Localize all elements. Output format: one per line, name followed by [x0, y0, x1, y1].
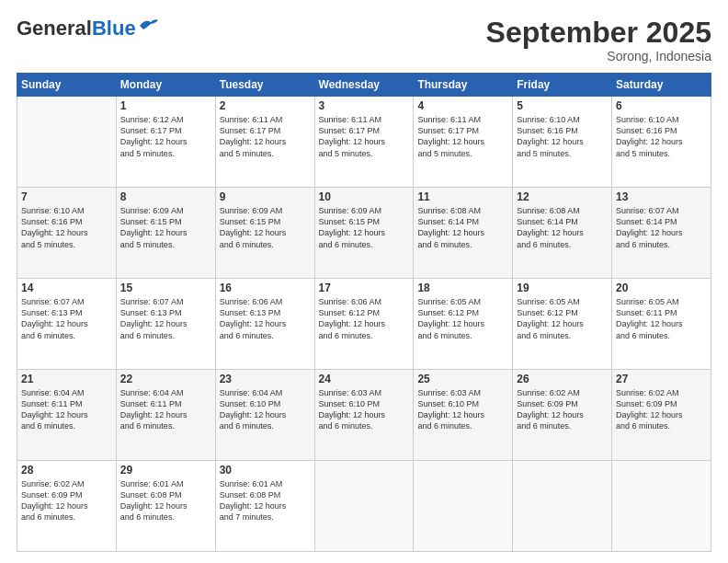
- calendar-week-row: 1Sunrise: 6:12 AMSunset: 6:17 PMDaylight…: [17, 97, 711, 188]
- logo-blue: Blue: [92, 17, 136, 40]
- day-number: 4: [417, 99, 508, 112]
- day-number: 12: [517, 190, 608, 203]
- cell-info: Sunrise: 6:08 AMSunset: 6:14 PMDaylight:…: [417, 205, 508, 250]
- calendar-cell: 10Sunrise: 6:09 AMSunset: 6:15 PMDayligh…: [314, 188, 414, 279]
- calendar-cell: 22Sunrise: 6:04 AMSunset: 6:11 PMDayligh…: [116, 370, 215, 461]
- calendar-cell: 13Sunrise: 6:07 AMSunset: 6:14 PMDayligh…: [612, 188, 711, 279]
- calendar-cell: 9Sunrise: 6:09 AMSunset: 6:15 PMDaylight…: [215, 188, 314, 279]
- col-header-tuesday: Tuesday: [215, 74, 314, 97]
- cell-info: Sunrise: 6:02 AMSunset: 6:09 PMDaylight:…: [517, 387, 608, 432]
- calendar-cell: 25Sunrise: 6:03 AMSunset: 6:10 PMDayligh…: [414, 370, 513, 461]
- calendar-cell: 2Sunrise: 6:11 AMSunset: 6:17 PMDaylight…: [215, 97, 314, 188]
- cell-info: Sunrise: 6:03 AMSunset: 6:10 PMDaylight:…: [319, 387, 410, 432]
- day-number: 5: [517, 99, 608, 112]
- cell-info: Sunrise: 6:01 AMSunset: 6:08 PMDaylight:…: [220, 478, 311, 523]
- col-header-monday: Monday: [116, 74, 215, 97]
- calendar-cell: 27Sunrise: 6:02 AMSunset: 6:09 PMDayligh…: [612, 370, 711, 461]
- day-number: 23: [220, 373, 311, 385]
- day-number: 26: [517, 373, 608, 385]
- col-header-thursday: Thursday: [414, 74, 513, 97]
- day-number: 13: [616, 190, 707, 203]
- cell-info: Sunrise: 6:09 AMSunset: 6:15 PMDaylight:…: [319, 205, 410, 250]
- day-number: 22: [120, 373, 211, 385]
- page: GeneralBlue September 2025 Sorong, Indon…: [0, 0, 728, 563]
- day-number: 14: [21, 282, 112, 294]
- calendar-cell: 3Sunrise: 6:11 AMSunset: 6:17 PMDaylight…: [314, 97, 414, 188]
- calendar-week-row: 28Sunrise: 6:02 AMSunset: 6:09 PMDayligh…: [17, 461, 711, 552]
- calendar-cell: 1Sunrise: 6:12 AMSunset: 6:17 PMDaylight…: [116, 97, 215, 188]
- day-number: 19: [517, 282, 608, 294]
- day-number: 24: [319, 373, 410, 385]
- day-number: 21: [21, 373, 112, 385]
- cell-info: Sunrise: 6:07 AMSunset: 6:14 PMDaylight:…: [616, 205, 707, 250]
- logo-bird-icon: [138, 17, 158, 33]
- day-number: 10: [319, 190, 410, 203]
- logo: GeneralBlue: [17, 17, 158, 40]
- calendar-cell: 28Sunrise: 6:02 AMSunset: 6:09 PMDayligh…: [17, 461, 117, 552]
- day-number: 9: [220, 190, 311, 203]
- cell-info: Sunrise: 6:08 AMSunset: 6:14 PMDaylight:…: [517, 205, 608, 250]
- day-number: 1: [120, 99, 211, 112]
- calendar-week-row: 21Sunrise: 6:04 AMSunset: 6:11 PMDayligh…: [17, 370, 711, 461]
- month-title: September 2025: [486, 17, 711, 49]
- day-number: 28: [21, 464, 112, 477]
- cell-info: Sunrise: 6:05 AMSunset: 6:12 PMDaylight:…: [517, 296, 608, 341]
- day-number: 6: [616, 99, 707, 112]
- cell-info: Sunrise: 6:06 AMSunset: 6:13 PMDaylight:…: [220, 296, 311, 341]
- calendar-cell: 6Sunrise: 6:10 AMSunset: 6:16 PMDaylight…: [612, 97, 711, 188]
- cell-info: Sunrise: 6:04 AMSunset: 6:11 PMDaylight:…: [120, 387, 211, 432]
- calendar-cell: 15Sunrise: 6:07 AMSunset: 6:13 PMDayligh…: [116, 279, 215, 370]
- calendar-cell: 21Sunrise: 6:04 AMSunset: 6:11 PMDayligh…: [17, 370, 117, 461]
- cell-info: Sunrise: 6:02 AMSunset: 6:09 PMDaylight:…: [616, 387, 707, 432]
- title-area: September 2025 Sorong, Indonesia: [486, 17, 711, 63]
- day-number: 30: [220, 464, 311, 477]
- day-number: 3: [319, 99, 410, 112]
- day-number: 8: [120, 190, 211, 203]
- calendar-cell: 7Sunrise: 6:10 AMSunset: 6:16 PMDaylight…: [17, 188, 117, 279]
- cell-info: Sunrise: 6:06 AMSunset: 6:12 PMDaylight:…: [319, 296, 410, 341]
- cell-info: Sunrise: 6:01 AMSunset: 6:08 PMDaylight:…: [120, 478, 211, 523]
- calendar-cell: 19Sunrise: 6:05 AMSunset: 6:12 PMDayligh…: [513, 279, 612, 370]
- cell-info: Sunrise: 6:10 AMSunset: 6:16 PMDaylight:…: [21, 205, 112, 250]
- cell-info: Sunrise: 6:10 AMSunset: 6:16 PMDaylight:…: [517, 114, 608, 159]
- logo-general: General: [17, 17, 92, 40]
- col-header-sunday: Sunday: [17, 74, 117, 97]
- calendar-cell: 24Sunrise: 6:03 AMSunset: 6:10 PMDayligh…: [314, 370, 414, 461]
- cell-info: Sunrise: 6:11 AMSunset: 6:17 PMDaylight:…: [220, 114, 311, 159]
- cell-info: Sunrise: 6:02 AMSunset: 6:09 PMDaylight:…: [21, 478, 112, 523]
- calendar-cell: 26Sunrise: 6:02 AMSunset: 6:09 PMDayligh…: [513, 370, 612, 461]
- calendar-header-row: SundayMondayTuesdayWednesdayThursdayFrid…: [17, 74, 711, 97]
- calendar-week-row: 7Sunrise: 6:10 AMSunset: 6:16 PMDaylight…: [17, 188, 711, 279]
- day-number: 20: [616, 282, 707, 294]
- calendar-cell: 12Sunrise: 6:08 AMSunset: 6:14 PMDayligh…: [513, 188, 612, 279]
- day-number: 15: [120, 282, 211, 294]
- day-number: 2: [220, 99, 311, 112]
- col-header-saturday: Saturday: [612, 74, 711, 97]
- cell-info: Sunrise: 6:11 AMSunset: 6:17 PMDaylight:…: [417, 114, 508, 159]
- calendar-week-row: 14Sunrise: 6:07 AMSunset: 6:13 PMDayligh…: [17, 279, 711, 370]
- cell-info: Sunrise: 6:05 AMSunset: 6:12 PMDaylight:…: [417, 296, 508, 341]
- day-number: 27: [616, 373, 707, 385]
- day-number: 7: [21, 190, 112, 203]
- cell-info: Sunrise: 6:10 AMSunset: 6:16 PMDaylight:…: [616, 114, 707, 159]
- calendar-cell: 18Sunrise: 6:05 AMSunset: 6:12 PMDayligh…: [414, 279, 513, 370]
- calendar-cell: 16Sunrise: 6:06 AMSunset: 6:13 PMDayligh…: [215, 279, 314, 370]
- day-number: 25: [417, 373, 508, 385]
- cell-info: Sunrise: 6:04 AMSunset: 6:11 PMDaylight:…: [21, 387, 112, 432]
- calendar-cell: 20Sunrise: 6:05 AMSunset: 6:11 PMDayligh…: [612, 279, 711, 370]
- calendar-cell: 14Sunrise: 6:07 AMSunset: 6:13 PMDayligh…: [17, 279, 117, 370]
- cell-info: Sunrise: 6:03 AMSunset: 6:10 PMDaylight:…: [417, 387, 508, 432]
- cell-info: Sunrise: 6:04 AMSunset: 6:10 PMDaylight:…: [220, 387, 311, 432]
- cell-info: Sunrise: 6:11 AMSunset: 6:17 PMDaylight:…: [319, 114, 410, 159]
- calendar-cell: 23Sunrise: 6:04 AMSunset: 6:10 PMDayligh…: [215, 370, 314, 461]
- calendar-cell: 11Sunrise: 6:08 AMSunset: 6:14 PMDayligh…: [414, 188, 513, 279]
- calendar-cell: 17Sunrise: 6:06 AMSunset: 6:12 PMDayligh…: [314, 279, 414, 370]
- calendar-cell: 29Sunrise: 6:01 AMSunset: 6:08 PMDayligh…: [116, 461, 215, 552]
- calendar-cell: 4Sunrise: 6:11 AMSunset: 6:17 PMDaylight…: [414, 97, 513, 188]
- calendar-cell: [17, 97, 117, 188]
- header: GeneralBlue September 2025 Sorong, Indon…: [17, 17, 711, 63]
- cell-info: Sunrise: 6:07 AMSunset: 6:13 PMDaylight:…: [120, 296, 211, 341]
- cell-info: Sunrise: 6:09 AMSunset: 6:15 PMDaylight:…: [120, 205, 211, 250]
- location: Sorong, Indonesia: [486, 49, 711, 63]
- calendar-cell: [314, 461, 414, 552]
